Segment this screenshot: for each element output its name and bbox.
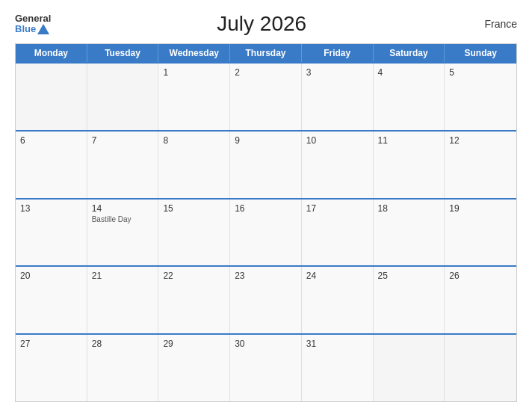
weekday-header-tuesday: Tuesday	[87, 44, 159, 62]
calendar-cell: 12	[445, 132, 516, 198]
calendar-row-2: 1314Bastille Day1516171819	[16, 198, 516, 266]
day-number: 20	[20, 271, 82, 281]
calendar-cell: 19	[445, 200, 516, 266]
weekday-header-sunday: Sunday	[445, 44, 516, 62]
day-number: 4	[378, 67, 440, 78]
calendar-cell: 13	[16, 200, 87, 266]
calendar-cell: 4	[374, 64, 445, 130]
day-number: 24	[306, 271, 368, 281]
weekday-header-wednesday: Wednesday	[158, 44, 230, 62]
day-number: 14	[92, 203, 154, 214]
calendar-cell	[16, 64, 87, 130]
calendar-cell: 18	[374, 200, 445, 266]
calendar-cell: 5	[445, 64, 516, 130]
calendar-cell: 3	[302, 64, 374, 130]
day-number: 29	[163, 339, 225, 349]
calendar-row-3: 20212223242526	[16, 265, 516, 333]
day-number: 9	[235, 135, 297, 146]
calendar-cell: 9	[230, 132, 302, 198]
calendar-cell: 24	[302, 267, 374, 333]
day-number: 7	[92, 135, 154, 146]
calendar-cell: 28	[87, 335, 159, 401]
weekday-header-friday: Friday	[302, 44, 374, 62]
calendar-cell: 2	[230, 64, 302, 130]
day-number: 28	[92, 339, 154, 349]
header: General Blue July 2026 France	[15, 12, 517, 36]
weekday-header-saturday: Saturday	[374, 44, 445, 62]
calendar-cell: 27	[16, 335, 87, 401]
day-number: 15	[163, 203, 225, 214]
day-number: 1	[163, 67, 225, 78]
calendar-page: General Blue July 2026 France MondayTues…	[0, 0, 532, 411]
calendar-title: July 2026	[51, 12, 472, 36]
calendar-cell: 20	[16, 267, 87, 333]
calendar-cell	[445, 335, 516, 401]
day-number: 25	[378, 271, 440, 281]
calendar-grid: MondayTuesdayWednesdayThursdayFridaySatu…	[15, 43, 517, 402]
holiday-label: Bastille Day	[92, 215, 154, 223]
day-number: 8	[163, 135, 225, 146]
calendar-cell: 10	[302, 132, 374, 198]
day-number: 23	[235, 271, 297, 281]
calendar-cell: 16	[230, 200, 302, 266]
calendar-cell: 30	[230, 335, 302, 401]
calendar-cell: 22	[158, 267, 230, 333]
country-label: France	[472, 18, 517, 30]
calendar-cell: 11	[374, 132, 445, 198]
day-number: 11	[378, 135, 440, 146]
day-number: 18	[378, 203, 440, 214]
day-number: 5	[449, 67, 512, 78]
calendar-cell: 29	[158, 335, 230, 401]
logo-general-text: General	[15, 13, 51, 24]
calendar-header: MondayTuesdayWednesdayThursdayFridaySatu…	[16, 44, 516, 62]
day-number: 6	[20, 135, 82, 146]
day-number: 2	[235, 67, 297, 78]
day-number: 3	[306, 67, 368, 78]
weekday-header-monday: Monday	[16, 44, 87, 62]
calendar-cell	[374, 335, 445, 401]
day-number: 10	[306, 135, 368, 146]
calendar-row-0: 12345	[16, 62, 516, 130]
day-number: 13	[20, 203, 82, 214]
calendar-row-4: 2728293031	[16, 333, 516, 401]
calendar-cell: 26	[445, 267, 516, 333]
calendar-cell: 6	[16, 132, 87, 198]
day-number: 17	[306, 203, 368, 214]
day-number: 12	[449, 135, 512, 146]
day-number: 26	[449, 271, 512, 281]
calendar-cell: 25	[374, 267, 445, 333]
calendar-row-1: 6789101112	[16, 130, 516, 198]
calendar-cell: 23	[230, 267, 302, 333]
logo: General Blue	[15, 13, 51, 35]
calendar-body: 1234567891011121314Bastille Day151617181…	[16, 62, 516, 401]
weekday-header-thursday: Thursday	[230, 44, 302, 62]
logo-blue-text: Blue	[15, 24, 36, 34]
day-number: 27	[20, 339, 82, 349]
calendar-cell	[87, 64, 159, 130]
day-number: 30	[235, 339, 297, 349]
day-number: 19	[449, 203, 512, 214]
day-number: 21	[92, 271, 154, 281]
logo-triangle-icon	[37, 24, 49, 34]
calendar-cell: 14Bastille Day	[87, 200, 159, 266]
day-number: 31	[306, 339, 368, 349]
calendar-cell: 8	[158, 132, 230, 198]
calendar-cell: 15	[158, 200, 230, 266]
day-number: 16	[235, 203, 297, 214]
calendar-cell: 1	[158, 64, 230, 130]
day-number: 22	[163, 271, 225, 281]
calendar-cell: 7	[87, 132, 159, 198]
calendar-cell: 21	[87, 267, 159, 333]
calendar-cell: 31	[302, 335, 374, 401]
calendar-cell: 17	[302, 200, 374, 266]
